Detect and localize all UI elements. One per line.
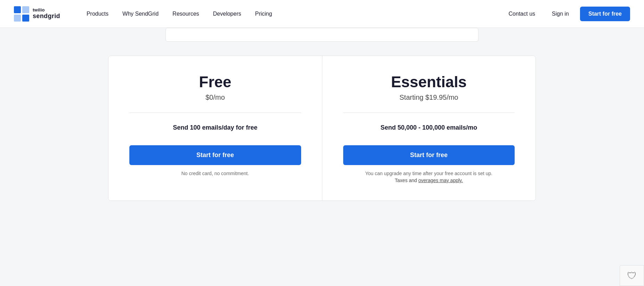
nav-why-sendgrid[interactable]: Why SendGrid — [117, 8, 164, 20]
free-plan-description: Send 100 emails/day for free — [129, 124, 301, 131]
essentials-card-note-secondary: You can upgrade any time after your free… — [343, 171, 515, 176]
nav-links: Products Why SendGrid Resources Develope… — [81, 8, 503, 20]
free-card-note: No credit card, no commitment. — [129, 171, 301, 176]
captcha-icon: 🛡 — [627, 270, 637, 281]
logo-sendgrid: sendgrid — [33, 13, 60, 20]
logo-text: twilio sendgrid — [33, 8, 60, 19]
svg-rect-0 — [14, 6, 21, 13]
essentials-plan-price: Starting $19.95/mo — [343, 93, 515, 101]
free-card-header: Free $0/mo — [129, 73, 301, 113]
pricing-card-essentials: Essentials Starting $19.95/mo Send 50,00… — [322, 56, 536, 201]
nav-developers[interactable]: Developers — [208, 8, 247, 20]
pricing-section: Free $0/mo Send 100 emails/day for free … — [79, 42, 565, 215]
logo-twilio: twilio — [33, 8, 60, 13]
nav-start-free-button[interactable]: Start for free — [580, 7, 630, 21]
free-start-free-button[interactable]: Start for free — [129, 145, 301, 165]
svg-rect-2 — [14, 15, 21, 22]
nav-resources[interactable]: Resources — [167, 8, 204, 20]
essentials-card-body: Send 50,000 - 100,000 emails/mo Start fo… — [343, 124, 515, 183]
essentials-card-header: Essentials Starting $19.95/mo — [343, 73, 515, 113]
nav-pricing[interactable]: Pricing — [250, 8, 278, 20]
essentials-card-note-link: Taxes and overages may apply. — [343, 178, 515, 183]
essentials-plan-description: Send 50,000 - 100,000 emails/mo — [343, 124, 515, 131]
main-content: Free $0/mo Send 100 emails/day for free … — [0, 28, 644, 286]
logo-link[interactable]: twilio sendgrid — [14, 6, 60, 22]
nav-contact-us[interactable]: Contact us — [503, 8, 541, 20]
logo-icon — [14, 6, 29, 22]
overages-link[interactable]: overages may apply. — [418, 178, 463, 183]
svg-rect-1 — [22, 6, 29, 13]
pricing-card-free: Free $0/mo Send 100 emails/day for free … — [108, 56, 322, 201]
essentials-start-free-button[interactable]: Start for free — [343, 145, 515, 165]
navbar: twilio sendgrid Products Why SendGrid Re… — [0, 0, 644, 28]
nav-products[interactable]: Products — [81, 8, 114, 20]
top-bar-partial — [166, 28, 478, 42]
free-plan-price: $0/mo — [129, 93, 301, 101]
pricing-cards: Free $0/mo Send 100 emails/day for free … — [108, 56, 536, 201]
nav-sign-in[interactable]: Sign in — [546, 8, 574, 20]
nav-right: Contact us Sign in Start for free — [503, 7, 630, 21]
free-card-body: Send 100 emails/day for free Start for f… — [129, 124, 301, 176]
svg-rect-3 — [22, 15, 29, 22]
essentials-plan-name: Essentials — [343, 73, 515, 91]
captcha-widget: 🛡 — [620, 265, 644, 286]
free-plan-name: Free — [129, 73, 301, 91]
